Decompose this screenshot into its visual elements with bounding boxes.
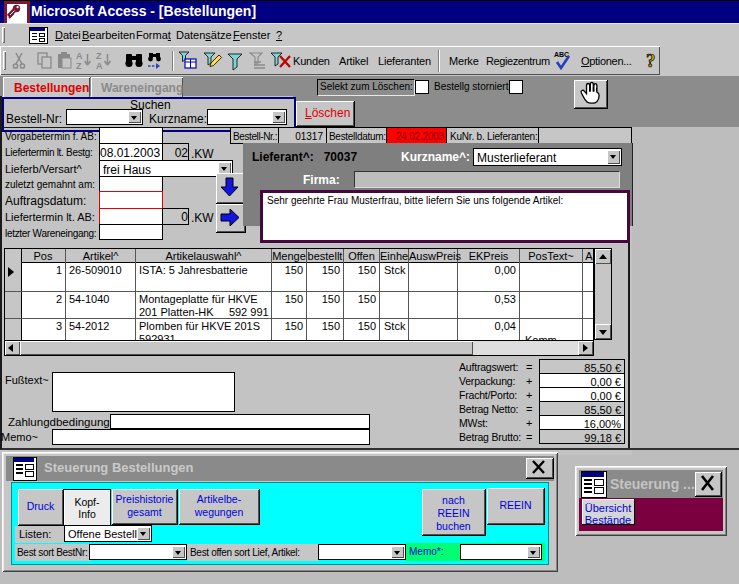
svg-text:A: A — [76, 51, 83, 61]
svg-text:A: A — [96, 61, 103, 71]
svg-text:Z: Z — [76, 61, 82, 71]
svg-text:Z: Z — [96, 51, 102, 61]
svg-text:?: ? — [646, 50, 656, 71]
